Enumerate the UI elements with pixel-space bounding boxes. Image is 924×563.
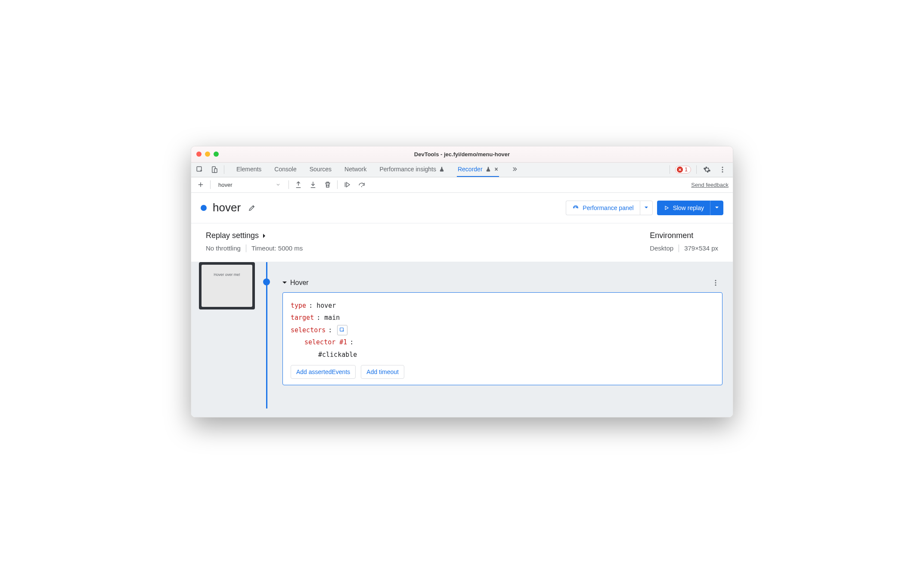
flask-icon bbox=[485, 166, 491, 172]
recording-title: hover bbox=[213, 201, 241, 214]
tab-performance-insights[interactable]: Performance insights bbox=[378, 163, 446, 177]
dimensions-value: 379×534 px bbox=[684, 244, 718, 252]
replay-dropdown[interactable] bbox=[710, 201, 723, 215]
settings-gear-icon[interactable] bbox=[702, 164, 712, 175]
export-icon[interactable] bbox=[293, 179, 304, 190]
step-title: Hover bbox=[290, 279, 309, 287]
step-thumbnail[interactable]: Hover over me! bbox=[199, 262, 255, 309]
prop-val: : hover bbox=[309, 300, 336, 312]
caret-right-icon bbox=[262, 231, 267, 240]
recorder-body: Hover over me! Hover type: hover target:… bbox=[191, 262, 733, 417]
close-tab-icon[interactable]: × bbox=[495, 166, 498, 173]
add-asserted-events-button[interactable]: Add assertedEvents bbox=[291, 365, 356, 379]
prop-key: type bbox=[291, 300, 306, 312]
pick-selector-button[interactable] bbox=[337, 325, 347, 335]
step-header[interactable]: Hover bbox=[263, 271, 725, 292]
divider bbox=[696, 165, 697, 174]
svg-point-9 bbox=[715, 284, 716, 285]
new-recording-button[interactable] bbox=[195, 179, 206, 190]
divider bbox=[210, 180, 211, 189]
step-marker bbox=[263, 278, 270, 285]
step-kebab-menu[interactable] bbox=[710, 278, 721, 288]
divider bbox=[224, 165, 224, 174]
replay-settings-toggle[interactable]: Replay settings bbox=[206, 231, 303, 240]
chevron-down-icon bbox=[276, 182, 281, 187]
continue-icon[interactable] bbox=[342, 179, 352, 190]
prop-key: target bbox=[291, 312, 314, 324]
titlebar: DevTools - jec.fyi/demo/menu-hover bbox=[191, 146, 733, 163]
device-toolbar-icon[interactable] bbox=[209, 164, 220, 175]
recording-status-dot bbox=[201, 205, 207, 211]
divider bbox=[670, 165, 670, 174]
tab-label: Elements bbox=[236, 166, 261, 173]
inspect-icon[interactable] bbox=[195, 164, 205, 175]
button-label: Slow replay bbox=[673, 204, 704, 211]
step-hover: Hover type: hover target: main selectors… bbox=[263, 271, 725, 386]
delete-icon[interactable] bbox=[322, 179, 333, 190]
tab-recorder[interactable]: Recorder × bbox=[457, 163, 499, 177]
tab-sources[interactable]: Sources bbox=[309, 163, 332, 177]
step-over-icon[interactable] bbox=[357, 179, 367, 190]
button-label: Add assertedEvents bbox=[296, 368, 350, 375]
tab-elements[interactable]: Elements bbox=[236, 163, 262, 177]
slow-replay-button[interactable]: Slow replay bbox=[657, 201, 710, 215]
window-title: DevTools - jec.fyi/demo/menu-hover bbox=[191, 151, 733, 158]
error-count: 1 bbox=[685, 167, 688, 173]
performance-panel-button[interactable]: Performance panel bbox=[566, 201, 639, 215]
divider bbox=[337, 180, 338, 189]
play-icon bbox=[664, 205, 670, 211]
tab-label: Network bbox=[344, 166, 366, 173]
recording-header: hover Performance panel Slow replay bbox=[191, 193, 733, 223]
kebab-menu-icon[interactable] bbox=[717, 164, 728, 175]
send-feedback-link[interactable]: Send feedback bbox=[691, 182, 729, 188]
timeline: Hover type: hover target: main selectors… bbox=[263, 262, 725, 408]
step-details-card: type: hover target: main selectors: sele… bbox=[282, 292, 722, 386]
devtools-window: DevTools - jec.fyi/demo/menu-hover Eleme… bbox=[191, 146, 733, 418]
colon: : bbox=[350, 336, 353, 349]
timeout-value: Timeout: 5000 ms bbox=[251, 244, 303, 252]
error-count-badge[interactable]: ✕ 1 bbox=[675, 166, 691, 173]
divider bbox=[288, 180, 289, 189]
settings-row: Replay settings No throttling Timeout: 5… bbox=[191, 223, 733, 262]
chevron-down-icon bbox=[715, 204, 719, 211]
import-icon[interactable] bbox=[308, 179, 318, 190]
colon: : bbox=[328, 324, 332, 337]
prop-key: selectors bbox=[291, 324, 326, 337]
svg-point-8 bbox=[715, 282, 716, 283]
tab-label: Performance insights bbox=[379, 166, 436, 173]
svg-point-3 bbox=[722, 167, 723, 168]
selector-value: #clickable bbox=[318, 349, 357, 361]
throttling-value: No throttling bbox=[206, 244, 241, 252]
flask-icon bbox=[439, 166, 445, 172]
thumbnail-content: Hover over me! bbox=[202, 265, 252, 307]
environment-label: Environment bbox=[650, 231, 693, 240]
gauge-icon bbox=[572, 204, 579, 211]
tab-console[interactable]: Console bbox=[273, 163, 297, 177]
replay-settings-label: Replay settings bbox=[206, 231, 259, 240]
caret-down-icon bbox=[282, 279, 287, 287]
tab-label: Console bbox=[274, 166, 296, 173]
button-label: Add timeout bbox=[366, 368, 399, 375]
svg-point-4 bbox=[722, 169, 723, 170]
divider bbox=[246, 244, 246, 252]
recorder-toolbar: hover Send feedback bbox=[191, 177, 733, 193]
add-timeout-button[interactable]: Add timeout bbox=[361, 365, 404, 379]
panel-tabs-bar: Elements Console Sources Network Perform… bbox=[191, 163, 733, 177]
edit-title-icon[interactable] bbox=[247, 203, 257, 213]
performance-panel-dropdown[interactable] bbox=[640, 201, 653, 215]
button-label: Performance panel bbox=[583, 204, 633, 211]
svg-point-7 bbox=[715, 280, 716, 281]
svg-point-5 bbox=[722, 171, 723, 173]
recording-selector[interactable]: hover bbox=[215, 182, 284, 188]
prop-val: : main bbox=[316, 312, 340, 324]
tab-label: Sources bbox=[310, 166, 332, 173]
device-value: Desktop bbox=[650, 244, 673, 252]
inspect-icon bbox=[339, 327, 345, 333]
prop-key: selector #1 bbox=[304, 336, 347, 349]
more-tabs-button[interactable] bbox=[510, 163, 519, 177]
tab-label: Recorder bbox=[458, 166, 483, 173]
tab-network[interactable]: Network bbox=[344, 163, 367, 177]
replay-group: Slow replay bbox=[657, 201, 723, 215]
recording-selector-value: hover bbox=[218, 182, 233, 188]
performance-panel-group: Performance panel bbox=[566, 201, 652, 215]
